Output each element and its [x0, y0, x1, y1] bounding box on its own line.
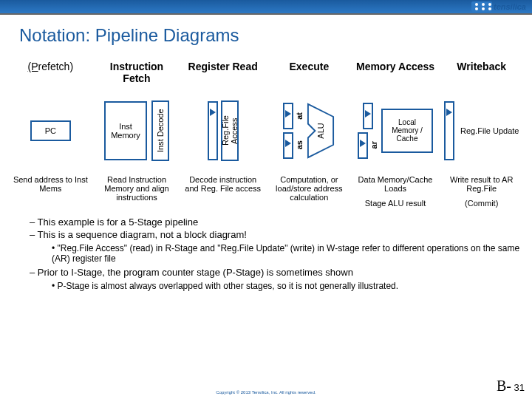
- stage-writeback: Writeback: [438, 53, 525, 92]
- regfile-update-label: Reg.File Update: [457, 126, 519, 135]
- logo-icon: [471, 1, 492, 12]
- desc-regread: Decode instruction and Reg. File access: [180, 175, 266, 208]
- desc-prefetch: Send address to Inst Mems: [7, 175, 94, 208]
- latch-as: [283, 132, 293, 159]
- desc-fetch: Read Instruction Memory and align instru…: [94, 175, 180, 208]
- latch-m1: [363, 103, 373, 129]
- pc-block: PC: [30, 120, 71, 141]
- latch-at: [283, 103, 293, 129]
- stage-headers: (Prefetch) Instruction Fetch Register Re…: [7, 53, 525, 92]
- regfile-access-block: Reg.File Access: [221, 100, 239, 161]
- stage-fetch: Instruction Fetch: [94, 53, 180, 92]
- logo: tensilica: [471, 1, 526, 12]
- stage-memacc: Memory Access: [352, 53, 439, 92]
- latch-ar: [358, 132, 368, 159]
- logo-text: tensilica: [494, 2, 526, 11]
- inst-memory-block: Inst Memory: [104, 101, 147, 160]
- bullet-1: This example is for a 5-Stage pipeline: [30, 216, 532, 228]
- latch-1: [208, 101, 218, 160]
- header-bar: tensilica: [0, 0, 532, 15]
- inst-decode-block: Inst Decode: [151, 100, 169, 161]
- ar-label: ar: [369, 141, 378, 149]
- as-label: as: [295, 140, 304, 149]
- stage-prefetch: (Prefetch): [7, 53, 94, 92]
- stage-descriptions: Send address to Inst Mems Read Instructi…: [7, 175, 525, 208]
- page-number: B- 31: [497, 378, 525, 395]
- bullet-3a: P-Stage is almost always overlapped with…: [52, 281, 532, 291]
- notes-list: This example is for a 5-Stage pipeline T…: [30, 216, 532, 291]
- desc-execute: Computation, or load/store address calcu…: [266, 175, 352, 208]
- bullet-2: This is a sequence diagram, not a block …: [30, 229, 532, 240]
- at-label: at: [295, 112, 304, 120]
- alu-block: ALU: [307, 101, 335, 160]
- desc-memacc: Data Memory/Cache LoadsStage ALU result: [352, 175, 439, 208]
- copyright-footer: Copyright © 2013 Tensilica, Inc. All rig…: [0, 390, 532, 395]
- latch-w: [444, 101, 454, 160]
- stage-execute: Execute: [266, 53, 352, 92]
- page-title: Notation: Pipeline Diagrams: [19, 25, 532, 46]
- bullet-3: Prior to I-Stage, the program counter st…: [30, 267, 532, 278]
- stage-regread: Register Read: [180, 53, 266, 92]
- alu-label: ALU: [316, 123, 325, 138]
- local-memory-block: Local Memory / Cache: [381, 109, 433, 153]
- desc-writeback: Write result to AR Reg.File(Commit): [438, 175, 525, 208]
- bullet-2a: "Reg.File Access" (read) in R-Stage and …: [52, 243, 532, 264]
- pipeline-diagram: PC Inst Memory Inst Decode Reg.File Acce…: [7, 92, 525, 169]
